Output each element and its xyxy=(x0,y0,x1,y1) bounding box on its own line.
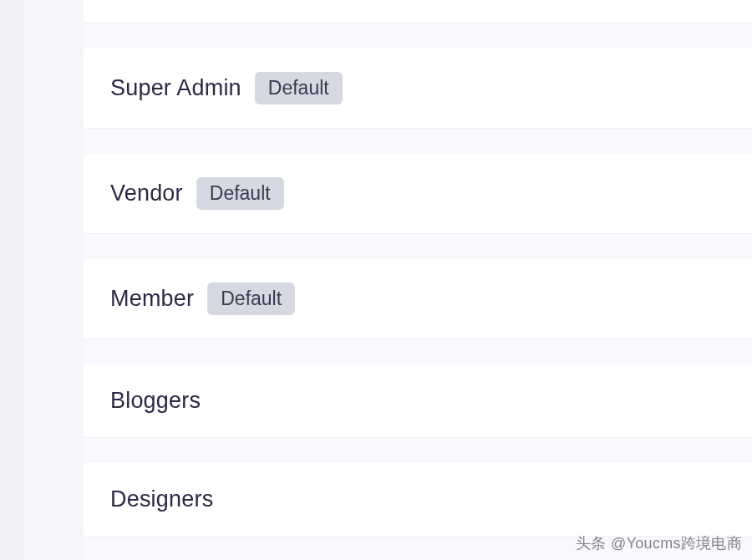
row-divider xyxy=(84,129,752,154)
role-name-label: Member xyxy=(110,286,194,312)
role-row[interactable]: Member Default xyxy=(84,259,752,339)
row-divider xyxy=(84,234,752,259)
default-badge: Default xyxy=(196,177,284,210)
role-name-label: Vendor xyxy=(110,181,183,206)
default-badge: Default xyxy=(207,283,295,315)
role-row[interactable]: Designers xyxy=(84,463,752,537)
role-name-label: Super Admin xyxy=(110,75,241,101)
default-badge: Default xyxy=(255,72,343,104)
watermark-text: 头条 @Youcms跨境电商 xyxy=(576,533,742,553)
row-divider xyxy=(84,23,752,48)
role-row[interactable]: Bloggers xyxy=(84,364,752,438)
role-name-label: Designers xyxy=(110,486,213,512)
row-divider xyxy=(84,438,752,463)
role-row[interactable] xyxy=(84,0,752,23)
row-divider xyxy=(84,339,752,364)
roles-list: Super Admin Default Vendor Default Membe… xyxy=(84,0,752,560)
role-name-label: Bloggers xyxy=(110,388,201,414)
role-row[interactable]: Vendor Default xyxy=(84,154,752,234)
left-sidebar-strip xyxy=(0,0,23,560)
role-row[interactable]: Super Admin Default xyxy=(84,48,752,129)
